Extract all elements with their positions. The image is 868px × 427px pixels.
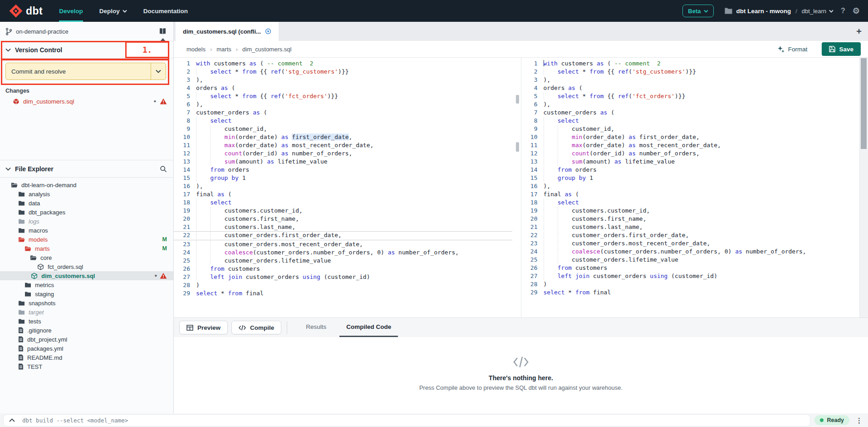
- code-line-left-20[interactable]: 20customers.first_name,: [174, 215, 512, 223]
- code-line-left-9[interactable]: 9customer_id,: [174, 125, 512, 133]
- code-line-left-8[interactable]: 8select: [174, 117, 512, 125]
- code-line-left-26[interactable]: 26from customers: [174, 265, 512, 273]
- nav-item-documentation[interactable]: Documentation: [143, 0, 188, 22]
- code-line-left-6[interactable]: 6),: [174, 100, 512, 109]
- scrollbar-mark[interactable]: [516, 95, 519, 104]
- code-line-right-8[interactable]: 8select: [521, 117, 860, 125]
- code-line-left-16[interactable]: 16),: [174, 182, 512, 190]
- code-line-right-6[interactable]: 6),: [521, 100, 860, 109]
- breadcrumb-item[interactable]: dim_customers.sql: [242, 46, 291, 53]
- code-line-right-2[interactable]: 2select * from {{ ref('stg_customers')}}: [521, 68, 860, 76]
- code-line-right-13[interactable]: 13sum(amount) as lifetime_value: [521, 158, 860, 166]
- breadcrumb-item[interactable]: marts: [216, 46, 231, 53]
- code-line-left-14[interactable]: 14from orders: [174, 166, 512, 174]
- tree-item-target[interactable]: target: [0, 308, 173, 317]
- tree-item-readme-md[interactable]: README.md: [0, 353, 173, 362]
- tree-item-dbt-learn-on-demand[interactable]: dbt-learn-on-demand: [0, 180, 173, 189]
- commit-and-resolve-button[interactable]: Commit and resolve: [5, 63, 166, 80]
- tree-item-fct-orders-sql[interactable]: fct_orders.sql: [0, 262, 173, 271]
- code-line-right-7[interactable]: 7customer_orders as (: [521, 109, 860, 117]
- code-line-left-25[interactable]: 25customer_orders.lifetime_value: [174, 257, 512, 265]
- code-line-left-27[interactable]: 27left join customer_orders using (custo…: [174, 273, 512, 281]
- code-line-right-5[interactable]: 5select * from {{ ref('fct_orders')}}: [521, 92, 860, 100]
- code-line-right-20[interactable]: 20customers.first_name,: [521, 215, 860, 223]
- account-switcher[interactable]: dbt Learn - mwong / dbt_learn: [725, 8, 834, 15]
- tab-dim-customers[interactable]: dim_customers.sql (confli...: [176, 22, 279, 41]
- tree-item-data[interactable]: data: [0, 199, 173, 208]
- nav-item-deploy[interactable]: Deploy: [99, 0, 127, 22]
- code-line-right-10[interactable]: 10min(order_date) as first_order_date,: [521, 133, 860, 141]
- book-icon[interactable]: [158, 28, 167, 35]
- code-line-right-21[interactable]: 21customers.last_name,: [521, 223, 860, 231]
- code-line-left-15[interactable]: 15group by 1: [174, 174, 512, 182]
- tree-item-core[interactable]: core: [0, 253, 173, 262]
- beta-dropdown[interactable]: Beta: [682, 5, 714, 17]
- code-line-right-14[interactable]: 14from orders: [521, 166, 860, 174]
- code-line-left-2[interactable]: 2select * from {{ ref('stg_customers')}}: [174, 68, 512, 76]
- dbt-logo[interactable]: dbt: [9, 0, 43, 22]
- new-tab-icon[interactable]: +: [850, 26, 868, 37]
- kebab-menu-icon[interactable]: ⋮: [854, 419, 864, 422]
- gear-icon[interactable]: ⚙: [853, 6, 860, 16]
- code-line-right-29[interactable]: 29select * from final: [521, 288, 860, 297]
- code-line-right-18[interactable]: 18select: [521, 199, 860, 207]
- tree-item-metrics[interactable]: metrics: [0, 280, 173, 289]
- code-line-right-27[interactable]: 27left join customer_orders using (custo…: [521, 272, 860, 280]
- code-line-left-1[interactable]: 1with customers as ( -- comment 2: [174, 60, 512, 68]
- code-line-right-22[interactable]: 22customer_orders.first_order_date,: [521, 231, 860, 239]
- code-line-left-17[interactable]: 17final as (: [174, 190, 512, 199]
- code-line-right-11[interactable]: 11max(order_date) as most_recent_order_d…: [521, 141, 860, 149]
- code-line-right-9[interactable]: 9customer_id,: [521, 125, 860, 133]
- tree-item-tests[interactable]: tests: [0, 317, 173, 326]
- scrollbar-thumb[interactable]: [861, 58, 867, 149]
- tree-item--gitignore[interactable]: .gitignore: [0, 326, 173, 335]
- code-line-left-24[interactable]: 24coalesce(customer_orders.number_of_ord…: [174, 248, 512, 257]
- code-line-left-3[interactable]: 3),: [174, 76, 512, 84]
- project-dropdown[interactable]: dbt_learn: [802, 8, 834, 15]
- code-line-right-24[interactable]: 24coalesce(customer_orders.number_of_ord…: [521, 248, 860, 256]
- tree-item-packages-yml[interactable]: packages.yml: [0, 344, 173, 353]
- code-line-left-4[interactable]: 4orders as (: [174, 84, 512, 92]
- code-line-right-23[interactable]: 23customer_orders.most_recent_order_date…: [521, 239, 860, 248]
- tree-item-models[interactable]: modelsM: [0, 235, 173, 244]
- tree-item-macros[interactable]: macros: [0, 226, 173, 235]
- code-line-left-23[interactable]: 23customer_orders.most_recent_order_date…: [174, 240, 512, 248]
- code-pane-left[interactable]: 1with customers as ( -- comment 22select…: [174, 58, 512, 318]
- status-badge[interactable]: Ready: [814, 415, 849, 425]
- vertical-scrollbar[interactable]: [859, 58, 868, 318]
- help-icon[interactable]: ?: [841, 7, 845, 15]
- tree-item-dim-customers-sql[interactable]: dim_customers.sql•: [0, 271, 173, 280]
- format-button[interactable]: Format: [775, 45, 810, 53]
- code-line-left-10[interactable]: 10min(order_date) as first_order_date,: [174, 133, 512, 141]
- tree-item-test[interactable]: TEST: [0, 362, 173, 371]
- code-line-left-22[interactable]: 22customer_orders.first_order_date,: [174, 231, 512, 240]
- version-control-header[interactable]: Version Control: [0, 41, 173, 59]
- preview-button[interactable]: Preview: [179, 321, 228, 334]
- code-line-right-15[interactable]: 15group by 1: [521, 174, 860, 182]
- chevron-up-icon[interactable]: [9, 418, 15, 422]
- tree-item-staging[interactable]: staging: [0, 289, 173, 298]
- code-line-left-21[interactable]: 21customers.last_name,: [174, 223, 512, 231]
- tree-item-marts[interactable]: martsM: [0, 244, 173, 253]
- code-line-right-4[interactable]: 4orders as (: [521, 84, 860, 92]
- save-button[interactable]: Save: [822, 42, 861, 56]
- changed-file-row[interactable]: dim_customers.sql•: [0, 96, 173, 107]
- chevron-down-icon[interactable]: [5, 48, 11, 52]
- commit-options-caret[interactable]: [151, 63, 166, 79]
- modified-indicator-icon[interactable]: [265, 28, 271, 35]
- command-input[interactable]: dbt build --select <model_name>: [4, 415, 810, 426]
- code-line-left-19[interactable]: 19customers.customer_id,: [174, 207, 512, 215]
- code-line-right-12[interactable]: 12count(order_id) as number_of_orders,: [521, 149, 860, 158]
- code-line-left-13[interactable]: 13sum(amount) as lifetime_value: [174, 158, 512, 166]
- file-explorer-header[interactable]: File Explorer: [0, 160, 173, 178]
- code-line-left-28[interactable]: 28): [174, 281, 512, 289]
- chevron-down-icon[interactable]: [5, 167, 11, 171]
- compile-button[interactable]: Compile: [231, 321, 281, 334]
- code-line-right-25[interactable]: 25customer_orders.lifetime_value: [521, 256, 860, 264]
- code-line-right-17[interactable]: 17final as (: [521, 190, 860, 199]
- tree-item-dbt-project-yml[interactable]: dbt_project.yml: [0, 335, 173, 344]
- tree-item-snapshots[interactable]: snapshots: [0, 298, 173, 308]
- code-line-left-11[interactable]: 11max(order_date) as most_recent_order_d…: [174, 141, 512, 149]
- code-line-right-3[interactable]: 3),: [521, 76, 860, 84]
- tree-item-logs[interactable]: logs: [0, 217, 173, 226]
